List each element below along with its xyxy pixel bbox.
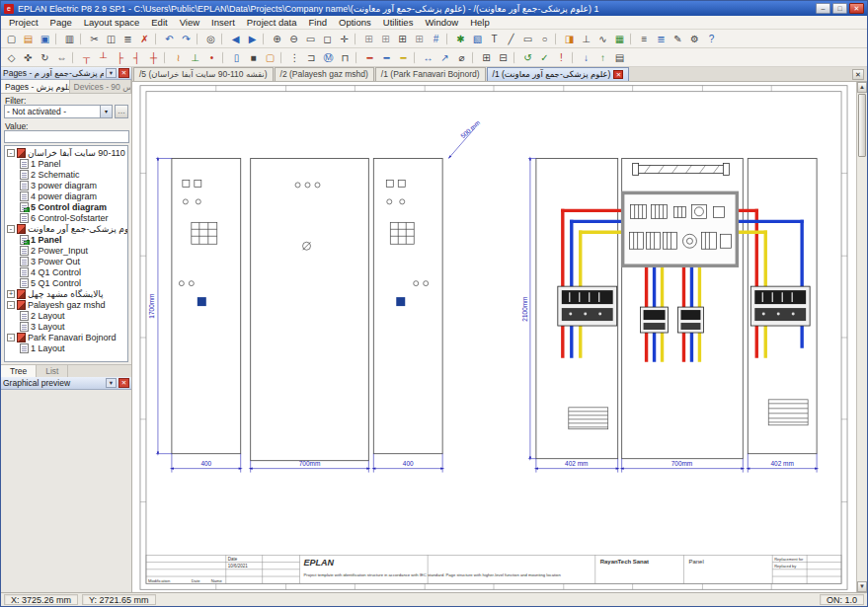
structure-box-icon[interactable]: ▢ [262,49,278,65]
close-document-icon[interactable] [852,69,864,80]
tree-item[interactable]: 3 power diagram [7,180,127,190]
tree-item[interactable]: - نقشه 110-90 سایت آبفا خراسان [7,147,127,158]
device-icon[interactable]: ◨ [561,31,578,46]
chevron-down-icon[interactable] [106,378,117,388]
expander-icon[interactable]: - [7,334,15,341]
filter-more-button[interactable] [115,105,128,118]
terminal-icon[interactable]: ⊥ [578,31,594,46]
import-icon[interactable]: ↑ [594,49,611,65]
tree-item[interactable]: - علوم پزشکی-جمع آور معاونت [7,223,127,234]
potential-icon[interactable]: ⊥ [187,49,203,65]
tree-item[interactable]: - Park Fanavari Bojnord [7,332,127,342]
menu-item[interactable]: Help [464,16,496,29]
grid-large-icon[interactable]: ⊞ [394,31,411,46]
window-macro-icon[interactable]: ▧ [469,31,486,46]
undo-icon[interactable]: ↶ [161,31,178,46]
menu-item[interactable]: Options [333,16,377,29]
move-icon[interactable]: ✜ [20,49,37,65]
close-panel-icon[interactable] [118,68,129,78]
navigator-tab[interactable]: Devices - 90 س... [70,80,131,93]
close-button[interactable] [849,3,864,14]
tree-item[interactable]: - Palayesh gaz mshd [7,299,127,310]
insert-symbol-icon[interactable]: ✱ [452,31,469,46]
drawing-canvas[interactable]: 1700mm 400 700mm 400 500 mm [132,82,867,592]
expander-icon[interactable]: - [7,225,15,233]
paste-icon[interactable]: ≣ [119,31,136,46]
grid-small-icon[interactable]: ⊞ [360,31,377,46]
line-tool-icon[interactable]: ╱ [503,31,519,46]
tree-item[interactable]: 2 Layout [7,310,127,321]
redo-icon[interactable]: ↷ [178,31,195,46]
menu-item[interactable]: Utilities [377,16,420,29]
document-tab[interactable]: /1 (علوم پزشکی-جمع آور معاونت) [487,67,630,81]
edit-properties-icon[interactable]: ✎ [670,31,686,46]
pan-icon[interactable]: ✛ [336,31,353,46]
menu-item[interactable]: Page [44,16,78,29]
grid-extra-icon[interactable]: ⊞ [411,31,428,46]
check-project-icon[interactable]: ✓ [536,49,553,65]
copy-icon[interactable]: ◫ [103,31,119,46]
tree-item[interactable]: 1 Panel [7,234,127,245]
wire-yellow-icon[interactable]: ━ [395,49,412,65]
menu-item[interactable]: Layout space [78,16,146,29]
next-page-icon[interactable]: ▶ [244,31,261,46]
tree-item[interactable]: 5 Control diagram [7,201,127,212]
scroll-up-icon[interactable] [857,82,867,93]
new-page-icon[interactable]: ▢ [3,31,20,46]
rotate-icon[interactable]: ↻ [37,49,53,65]
zoom-out-icon[interactable]: ⊖ [285,31,302,46]
tree-item[interactable]: + پالایشگاه مشهد چهل [7,288,127,299]
previous-page-icon[interactable]: ◀ [227,31,244,46]
close-tab-icon[interactable] [613,70,623,79]
print-icon[interactable]: ▥ [61,31,78,46]
group-icon[interactable]: ⊞ [478,49,495,65]
zoom-window-icon[interactable]: ▭ [302,31,319,46]
zoom-in-icon[interactable]: ⊕ [269,31,285,46]
tree-item[interactable]: 4 Q1 Control [7,266,127,277]
document-tab[interactable]: /1 (Park Fanavari Bojnord) [375,67,486,81]
document-tab[interactable]: /5 (نقشه 110-90 سایت آبفا خراسان) [133,67,274,81]
delete-icon[interactable]: ✗ [136,31,153,46]
expander-icon[interactable]: - [7,149,15,157]
chevron-down-icon[interactable] [106,68,117,78]
settings-icon[interactable]: ⚙ [686,31,703,46]
menu-item[interactable]: Project [3,16,44,29]
measure-icon[interactable]: ⌀ [453,49,470,65]
tree-item[interactable]: 2 Power_Input [7,245,127,256]
junction-icon[interactable]: ┼ [145,49,162,65]
update-icon[interactable]: ↺ [519,49,536,65]
help-icon[interactable]: ? [703,31,720,46]
t-node-up-icon[interactable]: ┴ [95,49,112,65]
contactor-icon[interactable]: ⊓ [337,49,354,65]
document-tab[interactable]: /2 (Palayesh gaz mshd) [275,67,374,81]
t-node-down-icon[interactable]: ┬ [78,49,95,65]
mirror-icon[interactable]: ⇔ [53,49,70,65]
insert-text-icon[interactable]: T [486,31,503,46]
save-icon[interactable]: ▣ [37,31,53,46]
interruption-point-icon[interactable]: ≀ [170,49,187,65]
messages-icon[interactable]: ! [553,49,570,65]
rectangle-tool-icon[interactable]: ▭ [519,31,536,46]
black-box-icon[interactable]: ■ [245,49,262,65]
layers-icon[interactable]: ≣ [653,31,670,46]
plc-icon[interactable]: ▦ [611,31,628,46]
device-box-icon[interactable]: ▯ [228,49,245,65]
terminal-strip-icon[interactable]: ⋮ [286,49,303,65]
tree-item[interactable]: 1 Layout [7,342,127,353]
snap-grid-icon[interactable]: # [428,31,444,46]
expander-icon[interactable]: - [7,301,15,309]
tree-item[interactable]: 3 Power Out [7,256,127,266]
navigator-tab[interactable]: Pages - علوم پزش... [1,80,70,93]
tree-item[interactable]: 1 Panel [7,158,127,169]
maximize-button[interactable] [832,3,847,14]
filter-dropdown[interactable]: - Not activated - [4,105,113,118]
tree-item[interactable]: 6 Control-Sofstarter [7,212,127,223]
connection-point-icon[interactable]: • [203,49,220,65]
menu-item[interactable]: Window [419,16,464,29]
wire-red-icon[interactable]: ━ [361,49,378,65]
dimension-icon[interactable]: ↔ [420,49,436,65]
tree-list-tab[interactable]: List [37,365,68,377]
scroll-down-icon[interactable] [857,581,867,592]
menu-item[interactable]: View [174,16,205,29]
navigator-icon[interactable]: ≡ [636,31,653,46]
